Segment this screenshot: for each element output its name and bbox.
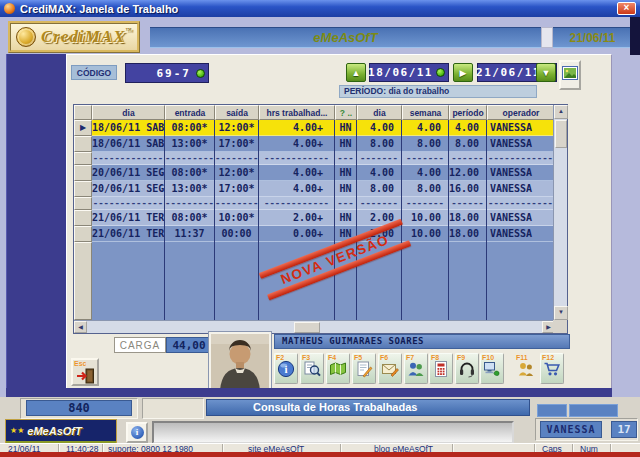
status-badge <box>537 404 567 417</box>
status-divider <box>222 444 223 452</box>
cell: ------ <box>449 152 487 165</box>
cell: 4.00 <box>402 165 449 181</box>
emeasoft-logo-text: eMeAsOfT <box>27 425 81 437</box>
cell: 12:00* <box>215 120 259 136</box>
date-from-field[interactable]: 18/06/11 <box>369 63 449 82</box>
carga-value: 44,00 <box>166 337 212 353</box>
cell: HN <box>335 120 357 136</box>
horizontal-scrollbar[interactable]: ◀ ▶ <box>74 320 555 333</box>
picture-button[interactable] <box>559 60 581 90</box>
cell: ------ <box>449 197 487 210</box>
column-header[interactable]: período <box>449 105 487 120</box>
toolbar-button-f6[interactable]: F6 <box>378 353 402 384</box>
app-icon <box>4 3 15 14</box>
operator-id: 17 <box>611 421 637 438</box>
status-divider <box>534 444 535 452</box>
cell: VANESSA <box>487 120 555 136</box>
table-row[interactable]: ----------------------------------------… <box>74 152 555 165</box>
date-down-button[interactable]: ▼ <box>536 63 556 82</box>
table-row[interactable]: 18/06/11 SAB13:00*17:00*4.00+HN8.008.008… <box>74 136 555 152</box>
status-badge <box>569 404 618 417</box>
cell: 20/06/11 SEG <box>92 181 165 197</box>
cell: ------- <box>357 197 402 210</box>
cell: VANESSA <box>487 181 555 197</box>
cell: 4.00+ <box>259 136 335 152</box>
toolbar-button-f9[interactable]: F9 <box>455 353 479 384</box>
column-header[interactable]: saída <box>215 105 259 120</box>
cell <box>335 242 357 320</box>
scroll-down-button[interactable]: ▼ <box>554 306 568 320</box>
vertical-scrollbar[interactable]: ▲ ▼ <box>553 105 567 320</box>
left-margin-strip <box>6 54 66 398</box>
toolbar-button-f10[interactable]: F10 <box>480 353 504 384</box>
table-row[interactable]: 20/06/11 SEG13:00*17:00*4.00+HN8.008.001… <box>74 181 555 197</box>
row-selector <box>74 197 92 210</box>
cell: ------------- <box>92 197 165 210</box>
toolbar-button-f8[interactable]: F8 <box>429 353 453 384</box>
cell: ------------ <box>259 197 335 210</box>
status-divider <box>452 444 453 452</box>
toolbar-button-f7[interactable]: F7 <box>404 353 428 384</box>
cell: 13:00* <box>165 181 215 197</box>
scroll-left-button[interactable]: ◀ <box>74 321 87 333</box>
cell: 2.00+ <box>259 210 335 226</box>
table-row[interactable]: 21/06/11 TER08:00*10:00*2.00+HN2.0010.00… <box>74 210 555 226</box>
row-selector: ▶ <box>74 120 92 136</box>
column-header[interactable]: dia <box>357 105 402 120</box>
cell: 2.00 <box>357 210 402 226</box>
status-divider <box>340 444 341 452</box>
status-dot-icon <box>196 69 205 78</box>
horizontal-scroll-thumb[interactable] <box>294 322 320 333</box>
toolbar-button-f3[interactable]: F3 <box>300 353 324 384</box>
search-icon <box>303 360 321 382</box>
table-row[interactable]: ----------------------------------------… <box>74 197 555 210</box>
codigo-field[interactable]: 69-7 <box>125 63 209 83</box>
arrow-right-icon: ▶ <box>460 68 467 78</box>
info-button[interactable]: i <box>126 422 148 443</box>
cell: 4.00+ <box>259 181 335 197</box>
table-row[interactable]: 20/06/11 SEG08:00*12:00*4.00+HN4.004.001… <box>74 165 555 181</box>
headset-icon <box>458 360 476 382</box>
arrow-down-icon: ▼ <box>542 68 551 78</box>
toolbar-button-f12[interactable]: F12 <box>540 353 564 384</box>
scrollbar-corner <box>553 320 567 333</box>
cell: 8.00 <box>402 181 449 197</box>
scroll-up-button[interactable]: ▲ <box>554 105 568 119</box>
toolbar-button-f2[interactable]: F2i <box>274 353 298 384</box>
column-header[interactable]: operador <box>487 105 555 120</box>
cell <box>259 242 335 320</box>
esc-button[interactable]: Esc <box>71 358 99 386</box>
cell: HN <box>335 181 357 197</box>
cart-icon <box>543 360 561 382</box>
table-row[interactable]: 21/06/11 TER11:3700:000.00+HN2.0010.0018… <box>74 226 555 242</box>
column-header[interactable]: dia <box>92 105 165 120</box>
cell: ------------ <box>487 197 555 210</box>
current-date-panel: 21/06/11 <box>553 27 632 48</box>
cell: --------- <box>165 152 215 165</box>
status-divider <box>610 444 611 452</box>
cell: 4.00+ <box>259 165 335 181</box>
vertical-scroll-thumb[interactable] <box>555 120 567 148</box>
message-field[interactable] <box>152 421 514 444</box>
column-header[interactable]: semana <box>402 105 449 120</box>
date-up-button[interactable]: ▲ <box>346 63 366 82</box>
map-icon <box>329 360 347 382</box>
toolbar-button-f5[interactable]: F5 <box>352 353 376 384</box>
cell: HN <box>335 136 357 152</box>
cell: ------- <box>357 152 402 165</box>
column-header[interactable]: ? .. <box>335 105 357 120</box>
row-selector <box>74 152 92 165</box>
close-button[interactable]: × <box>617 2 636 15</box>
toolbar: F2iF3F4F5F6F7F8F9F10F11F12 <box>274 353 574 385</box>
column-header[interactable]: entrada <box>165 105 215 120</box>
table-row[interactable]: ▶18/06/11 SAB08:00*12:00*4.00+HN4.004.00… <box>74 120 555 136</box>
cell: 10:00* <box>215 210 259 226</box>
date-next-button[interactable]: ▶ <box>453 63 473 82</box>
row-selector <box>74 181 92 197</box>
cell <box>215 242 259 320</box>
toolbar-button-f4[interactable]: F4 <box>326 353 350 384</box>
work-panel: CÓDIGO 69-7 ▲ 18/06/11 ▶ 21/06/11 ▼ PERÍ… <box>66 54 612 388</box>
column-header[interactable]: hrs trabalhad... <box>259 105 335 120</box>
cell <box>92 242 165 320</box>
cell: VANESSA <box>487 136 555 152</box>
